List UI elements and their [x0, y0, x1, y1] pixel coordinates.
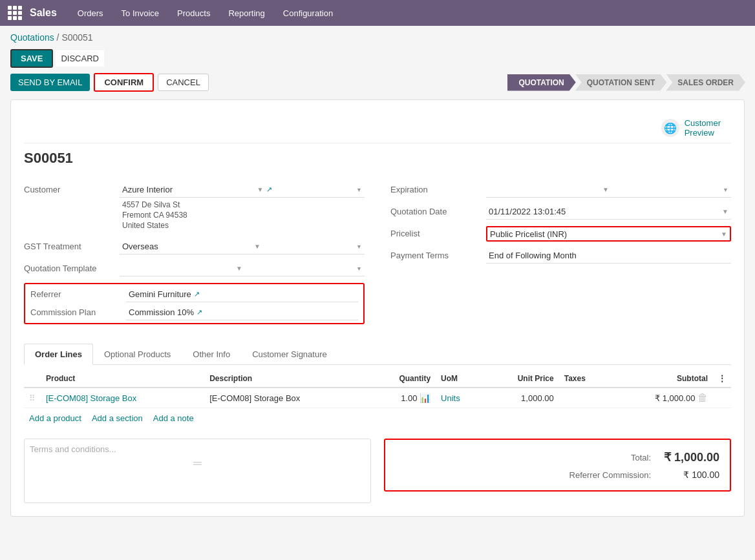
quotation-template-field[interactable]: ▼: [120, 261, 365, 276]
customer-preview-label: CustomerPreview: [685, 118, 721, 138]
tab-optional-products[interactable]: Optional Products: [93, 344, 182, 365]
expiration-label: Expiration: [390, 182, 481, 194]
tabs-container: Order Lines Optional Products Other Info…: [24, 344, 731, 365]
app-name: Sales: [30, 7, 57, 19]
breadcrumb-parent[interactable]: Quotations: [10, 32, 54, 43]
add-note-link[interactable]: Add a note: [153, 413, 194, 423]
breadcrumb: Quotations / S00051: [10, 32, 745, 43]
breadcrumb-current: S00051: [61, 32, 92, 43]
save-button[interactable]: SAVE: [10, 49, 53, 68]
quotation-date-row: Quotation Date 01/11/2022 13:01:45 ▼: [390, 204, 731, 220]
order-number: S00051: [24, 150, 731, 167]
form-right: Expiration ▼ Quotation Date 01/11/2022 1…: [390, 182, 731, 331]
add-product-link[interactable]: Add a product: [29, 413, 81, 423]
col-taxes: Taxes: [559, 370, 611, 388]
col-subtotal: Subtotal: [610, 370, 713, 388]
form-grid: Customer Azure Interior ▼ ↗ 4557 De Silv…: [24, 182, 731, 331]
referrer-field[interactable]: Gemini Furniture ↗: [126, 287, 358, 302]
gst-row: GST Treatment Overseas ▼: [24, 239, 365, 254]
expiration-row: Expiration ▼: [390, 182, 731, 198]
col-product: Product: [41, 370, 204, 388]
main-card: 🌐 CustomerPreview S00051 Customer Azure …: [10, 99, 745, 517]
action-bar: SAVE DISCARD: [10, 49, 745, 68]
row-description[interactable]: [E-COM08] Storage Box: [204, 388, 368, 408]
top-navigation: Sales Orders To Invoice Products Reporti…: [0, 0, 755, 26]
status-bar: SEND BY EMAIL CONFIRM CANCEL QUOTATION Q…: [10, 73, 745, 92]
nav-configuration[interactable]: Configuration: [275, 3, 341, 23]
breadcrumb-separator: /: [57, 32, 59, 43]
quotation-date-label: Quotation Date: [390, 204, 481, 216]
customer-label: Customer: [24, 182, 114, 194]
totals-box: Total: ₹ 1,000.00 Referrer Commission: ₹…: [384, 439, 731, 492]
terms-field[interactable]: Terms and conditions... ═: [24, 439, 371, 503]
row-uom[interactable]: Units: [436, 388, 484, 408]
total-row: Total: ₹ 1,000.00: [396, 450, 719, 464]
discard-button[interactable]: DISCARD: [56, 50, 104, 67]
row-quantity: 1.00 📊: [368, 388, 436, 408]
row-extra: [713, 388, 731, 408]
gst-label: GST Treatment: [24, 239, 114, 251]
customer-address: 4557 De Silva St Fremont CA 94538 United…: [120, 198, 365, 233]
commission-external-link[interactable]: ↗: [197, 308, 202, 316]
row-taxes[interactable]: [559, 388, 611, 408]
commission-total-value: ₹ 100.00: [661, 470, 719, 480]
add-section-link[interactable]: Add a section: [92, 413, 143, 423]
nav-products[interactable]: Products: [169, 3, 218, 23]
commission-total-row: Referrer Commission: ₹ 100.00: [396, 470, 719, 480]
confirm-button[interactable]: CONFIRM: [94, 73, 154, 92]
col-quantity: Quantity: [368, 370, 436, 388]
quotation-template-row: Quotation Template ▼: [24, 261, 365, 276]
pricelist-field[interactable]: Public Pricelist (INR) ▼: [486, 226, 731, 242]
send-email-button[interactable]: SEND BY EMAIL: [10, 74, 90, 91]
commission-total-label: Referrer Commission:: [569, 470, 651, 480]
referrer-row: Referrer Gemini Furniture ↗: [30, 287, 358, 302]
nav-reporting[interactable]: Reporting: [220, 3, 272, 23]
col-description: Description: [204, 370, 368, 388]
customer-external-link[interactable]: ↗: [266, 185, 272, 194]
tab-order-lines[interactable]: Order Lines: [24, 344, 93, 365]
pricelist-row: Pricelist Public Pricelist (INR) ▼: [390, 226, 731, 242]
tab-customer-signature[interactable]: Customer Signature: [241, 344, 338, 365]
nav-orders[interactable]: Orders: [70, 3, 111, 23]
form-left: Customer Azure Interior ▼ ↗ 4557 De Silv…: [24, 182, 365, 331]
payment-terms-label: Payment Terms: [390, 248, 481, 260]
cancel-button[interactable]: CANCEL: [158, 74, 209, 91]
pricelist-label: Pricelist: [390, 226, 481, 238]
scrollbar-hint: ═: [30, 457, 365, 470]
quotation-template-label: Quotation Template: [24, 261, 114, 273]
payment-terms-row: Payment Terms End of Following Month: [390, 248, 731, 264]
order-table: Product Description Quantity UoM Unit Pr…: [24, 370, 731, 408]
referrer-external-link[interactable]: ↗: [194, 290, 200, 298]
commission-row: Commission Plan Commission 10% ↗: [30, 305, 358, 320]
apps-icon[interactable]: [8, 6, 22, 20]
referrer-box: Referrer Gemini Furniture ↗ Commission P…: [24, 283, 365, 324]
pipeline-step-sent[interactable]: QUOTATION SENT: [575, 74, 667, 91]
drag-handle[interactable]: ⠿: [24, 388, 41, 408]
column-menu-icon[interactable]: ⋮: [713, 370, 731, 388]
tab-other-info[interactable]: Other Info: [182, 344, 241, 365]
table-row: ⠿ [E-COM08] Storage Box [E-COM08] Storag…: [24, 388, 731, 408]
globe-icon: 🌐: [661, 119, 679, 137]
customer-field[interactable]: Azure Interior ▼ ↗: [120, 182, 365, 198]
gst-field[interactable]: Overseas ▼: [120, 239, 365, 254]
pipeline: QUOTATION QUOTATION SENT SALES ORDER: [507, 74, 745, 91]
card-header: 🌐 CustomerPreview: [24, 113, 731, 143]
row-subtotal: ₹ 1,000.00 🗑: [610, 388, 713, 408]
commission-label: Commission Plan: [30, 305, 121, 317]
row-product[interactable]: [E-COM08] Storage Box: [41, 388, 204, 408]
nav-to-invoice[interactable]: To Invoice: [114, 3, 167, 23]
pipeline-step-order[interactable]: SALES ORDER: [666, 74, 745, 91]
total-label: Total:: [631, 453, 651, 462]
expiration-field[interactable]: ▼: [486, 182, 731, 198]
quotation-date-field[interactable]: 01/11/2022 13:01:45 ▼: [486, 204, 731, 220]
add-links: Add a product Add a section Add a note: [24, 408, 731, 428]
commission-field[interactable]: Commission 10% ↗: [126, 305, 358, 320]
referrer-label: Referrer: [30, 287, 121, 299]
forecast-icon[interactable]: 📊: [420, 393, 431, 403]
customer-preview-button[interactable]: 🌐 CustomerPreview: [661, 118, 721, 138]
pipeline-step-quotation[interactable]: QUOTATION: [507, 74, 576, 91]
delete-row-icon[interactable]: 🗑: [697, 392, 708, 403]
terms-area: Terms and conditions... ═ Total: ₹ 1,000…: [24, 439, 731, 503]
row-unit-price[interactable]: 1,000.00: [484, 388, 559, 408]
col-unit-price: Unit Price: [484, 370, 559, 388]
